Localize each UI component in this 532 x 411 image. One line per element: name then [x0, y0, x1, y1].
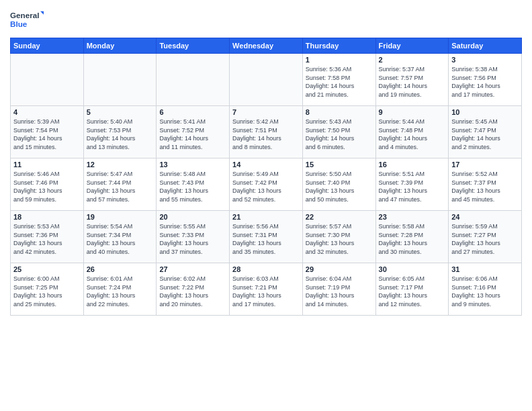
svg-text:Blue: Blue [10, 19, 28, 28]
day-number: 19 [87, 213, 154, 221]
weekday-header-friday: Friday [375, 38, 449, 54]
day-info: Sunrise: 5:49 AM Sunset: 7:42 PM Dayligh… [232, 170, 300, 203]
day-info: Sunrise: 5:38 AM Sunset: 7:56 PM Dayligh… [451, 65, 519, 99]
calendar-week-4: 18Sunrise: 5:53 AM Sunset: 7:36 PM Dayli… [11, 211, 522, 263]
calendar-cell: 21Sunrise: 5:56 AM Sunset: 7:31 PM Dayli… [230, 211, 303, 263]
day-info: Sunrise: 5:42 AM Sunset: 7:51 PM Dayligh… [232, 118, 300, 151]
day-info: Sunrise: 5:53 AM Sunset: 7:36 PM Dayligh… [13, 222, 81, 256]
calendar-week-5: 25Sunrise: 6:00 AM Sunset: 7:25 PM Dayli… [11, 263, 522, 316]
day-number: 18 [13, 213, 81, 221]
calendar-cell: 15Sunrise: 5:50 AM Sunset: 7:40 PM Dayli… [302, 158, 375, 211]
calendar-cell: 12Sunrise: 5:47 AM Sunset: 7:44 PM Dayli… [83, 158, 157, 211]
day-info: Sunrise: 6:00 AM Sunset: 7:25 PM Dayligh… [13, 275, 81, 308]
calendar-cell: 1Sunrise: 5:36 AM Sunset: 7:58 PM Daylig… [302, 54, 375, 106]
day-number: 12 [87, 161, 154, 169]
calendar-cell: 10Sunrise: 5:45 AM Sunset: 7:47 PM Dayli… [449, 106, 522, 158]
calendar-cell [11, 54, 84, 106]
day-number: 2 [379, 56, 446, 64]
weekday-header-tuesday: Tuesday [157, 38, 230, 54]
calendar-week-3: 11Sunrise: 5:46 AM Sunset: 7:46 PM Dayli… [11, 158, 522, 211]
day-number: 30 [379, 265, 446, 273]
calendar-cell: 29Sunrise: 6:04 AM Sunset: 7:19 PM Dayli… [302, 263, 375, 316]
weekday-header-row: SundayMondayTuesdayWednesdayThursdayFrid… [11, 38, 522, 54]
day-info: Sunrise: 5:51 AM Sunset: 7:39 PM Dayligh… [379, 170, 446, 203]
calendar-cell: 4Sunrise: 5:39 AM Sunset: 7:54 PM Daylig… [11, 106, 84, 158]
weekday-header-saturday: Saturday [449, 38, 522, 54]
calendar-cell [230, 54, 303, 106]
day-number: 24 [451, 213, 519, 221]
day-info: Sunrise: 6:02 AM Sunset: 7:22 PM Dayligh… [159, 275, 226, 308]
calendar-cell: 19Sunrise: 5:54 AM Sunset: 7:34 PM Dayli… [83, 211, 157, 263]
day-number: 31 [451, 265, 519, 273]
day-number: 5 [87, 108, 154, 116]
day-number: 23 [379, 213, 446, 221]
day-info: Sunrise: 5:46 AM Sunset: 7:46 PM Dayligh… [13, 170, 81, 203]
day-info: Sunrise: 5:37 AM Sunset: 7:57 PM Dayligh… [379, 65, 446, 99]
day-info: Sunrise: 5:55 AM Sunset: 7:33 PM Dayligh… [159, 222, 226, 256]
calendar-cell: 6Sunrise: 5:41 AM Sunset: 7:52 PM Daylig… [157, 106, 230, 158]
calendar-cell: 24Sunrise: 5:59 AM Sunset: 7:27 PM Dayli… [449, 211, 522, 263]
calendar-cell: 31Sunrise: 6:06 AM Sunset: 7:16 PM Dayli… [449, 263, 522, 316]
day-info: Sunrise: 5:36 AM Sunset: 7:58 PM Dayligh… [306, 65, 373, 99]
day-info: Sunrise: 5:47 AM Sunset: 7:44 PM Dayligh… [87, 170, 154, 203]
weekday-header-wednesday: Wednesday [230, 38, 303, 54]
day-number: 7 [232, 108, 300, 116]
calendar-page: General Blue SundayMondayTuesdayWednesda… [0, 0, 532, 411]
day-number: 13 [159, 161, 226, 169]
calendar-table: SundayMondayTuesdayWednesdayThursdayFrid… [10, 38, 522, 316]
calendar-cell: 2Sunrise: 5:37 AM Sunset: 7:57 PM Daylig… [375, 54, 449, 106]
day-info: Sunrise: 6:04 AM Sunset: 7:19 PM Dayligh… [306, 275, 373, 308]
day-info: Sunrise: 5:59 AM Sunset: 7:27 PM Dayligh… [451, 222, 519, 256]
day-number: 9 [379, 108, 446, 116]
calendar-cell: 7Sunrise: 5:42 AM Sunset: 7:51 PM Daylig… [230, 106, 303, 158]
calendar-cell: 17Sunrise: 5:52 AM Sunset: 7:37 PM Dayli… [449, 158, 522, 211]
day-number: 28 [232, 265, 300, 273]
weekday-header-sunday: Sunday [11, 38, 84, 54]
day-info: Sunrise: 5:41 AM Sunset: 7:52 PM Dayligh… [159, 118, 226, 151]
day-number: 4 [13, 108, 81, 116]
day-number: 27 [159, 265, 226, 273]
day-number: 14 [232, 161, 300, 169]
calendar-cell: 13Sunrise: 5:48 AM Sunset: 7:43 PM Dayli… [157, 158, 230, 211]
calendar-cell: 5Sunrise: 5:40 AM Sunset: 7:53 PM Daylig… [83, 106, 157, 158]
calendar-cell: 23Sunrise: 5:58 AM Sunset: 7:28 PM Dayli… [375, 211, 449, 263]
day-info: Sunrise: 5:48 AM Sunset: 7:43 PM Dayligh… [159, 170, 226, 203]
calendar-cell: 3Sunrise: 5:38 AM Sunset: 7:56 PM Daylig… [449, 54, 522, 106]
day-number: 16 [379, 161, 446, 169]
day-info: Sunrise: 6:05 AM Sunset: 7:17 PM Dayligh… [379, 275, 446, 308]
calendar-cell: 8Sunrise: 5:43 AM Sunset: 7:50 PM Daylig… [302, 106, 375, 158]
day-number: 26 [87, 265, 154, 273]
calendar-cell: 9Sunrise: 5:44 AM Sunset: 7:48 PM Daylig… [375, 106, 449, 158]
day-number: 10 [451, 108, 519, 116]
calendar-cell: 28Sunrise: 6:03 AM Sunset: 7:21 PM Dayli… [230, 263, 303, 316]
calendar-cell: 14Sunrise: 5:49 AM Sunset: 7:42 PM Dayli… [230, 158, 303, 211]
logo: General Blue [10, 7, 44, 34]
calendar-cell: 16Sunrise: 5:51 AM Sunset: 7:39 PM Dayli… [375, 158, 449, 211]
calendar-cell: 22Sunrise: 5:57 AM Sunset: 7:30 PM Dayli… [302, 211, 375, 263]
day-number: 21 [232, 213, 300, 221]
day-info: Sunrise: 5:50 AM Sunset: 7:40 PM Dayligh… [306, 170, 373, 203]
day-info: Sunrise: 5:40 AM Sunset: 7:53 PM Dayligh… [87, 118, 154, 151]
day-number: 15 [306, 161, 373, 169]
header: General Blue [10, 7, 522, 34]
calendar-cell: 30Sunrise: 6:05 AM Sunset: 7:17 PM Dayli… [375, 263, 449, 316]
day-info: Sunrise: 5:43 AM Sunset: 7:50 PM Dayligh… [306, 118, 373, 151]
calendar-week-1: 1Sunrise: 5:36 AM Sunset: 7:58 PM Daylig… [11, 54, 522, 106]
day-number: 8 [306, 108, 373, 116]
calendar-cell: 20Sunrise: 5:55 AM Sunset: 7:33 PM Dayli… [157, 211, 230, 263]
day-number: 22 [306, 213, 373, 221]
logo-svg: General Blue [10, 7, 44, 34]
svg-marker-2 [40, 11, 44, 15]
svg-text:General: General [10, 11, 39, 19]
weekday-header-monday: Monday [83, 38, 157, 54]
day-number: 3 [451, 56, 519, 64]
day-info: Sunrise: 5:44 AM Sunset: 7:48 PM Dayligh… [379, 118, 446, 151]
day-info: Sunrise: 6:06 AM Sunset: 7:16 PM Dayligh… [451, 275, 519, 308]
calendar-cell: 11Sunrise: 5:46 AM Sunset: 7:46 PM Dayli… [11, 158, 84, 211]
day-info: Sunrise: 5:58 AM Sunset: 7:28 PM Dayligh… [379, 222, 446, 256]
day-info: Sunrise: 6:03 AM Sunset: 7:21 PM Dayligh… [232, 275, 300, 308]
day-info: Sunrise: 5:54 AM Sunset: 7:34 PM Dayligh… [87, 222, 154, 256]
day-info: Sunrise: 5:39 AM Sunset: 7:54 PM Dayligh… [13, 118, 81, 151]
calendar-cell [83, 54, 157, 106]
calendar-cell: 26Sunrise: 6:01 AM Sunset: 7:24 PM Dayli… [83, 263, 157, 316]
